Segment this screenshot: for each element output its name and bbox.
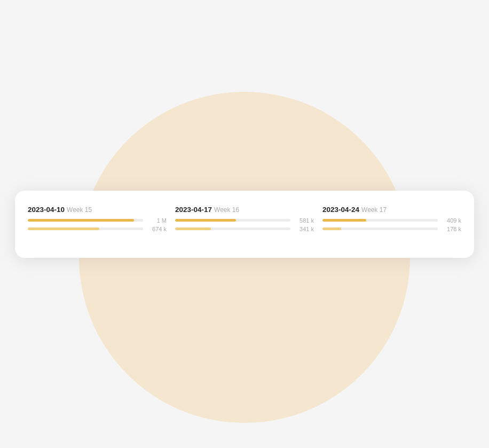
bar-label-0-1: 674 k xyxy=(147,226,167,232)
outer-wrapper: 2023-04-10Week 151 M674 k2023-04-17Week … xyxy=(15,191,474,258)
bar-row-0-0: 1 M xyxy=(28,217,167,224)
week-title-2: 2023-04-24Week 17 xyxy=(322,206,461,214)
week-bars-0: 1 M674 k xyxy=(28,217,167,232)
week-col-1: 2023-04-17Week 16581 k341 k xyxy=(175,206,314,232)
bar-track-2-0 xyxy=(322,219,438,222)
bar-row-1-0: 581 k xyxy=(175,217,314,224)
main-card: 2023-04-10Week 151 M674 k2023-04-17Week … xyxy=(15,191,474,258)
bar-fill-2-0 xyxy=(322,219,366,222)
bar-label-1-1: 341 k xyxy=(295,226,314,232)
week-title-0: 2023-04-10Week 15 xyxy=(28,206,167,214)
bar-track-1-0 xyxy=(175,219,290,222)
bar-label-0-0: 1 M xyxy=(147,217,167,224)
week-bars-1: 581 k341 k xyxy=(175,217,314,232)
week-col-0: 2023-04-10Week 151 M674 k xyxy=(28,206,167,232)
bar-label-1-0: 581 k xyxy=(295,217,314,224)
week-bars-2: 409 k178 k xyxy=(322,217,461,232)
bar-track-2-1 xyxy=(322,227,438,230)
bar-track-1-1 xyxy=(175,227,290,230)
bar-row-1-1: 341 k xyxy=(175,226,314,232)
bar-label-2-1: 178 k xyxy=(442,226,461,232)
week-title-1: 2023-04-17Week 16 xyxy=(175,206,314,214)
weeks-header: 2023-04-10Week 151 M674 k2023-04-17Week … xyxy=(28,206,461,232)
bar-row-0-1: 674 k xyxy=(28,226,167,232)
bar-fill-1-0 xyxy=(175,219,236,222)
bar-fill-1-1 xyxy=(175,227,211,230)
bar-track-0-0 xyxy=(28,219,143,222)
bar-row-2-1: 178 k xyxy=(322,226,461,232)
bar-track-0-1 xyxy=(28,227,143,230)
bar-label-2-0: 409 k xyxy=(442,217,461,224)
bar-row-2-0: 409 k xyxy=(322,217,461,224)
week-col-2: 2023-04-24Week 17409 k178 k xyxy=(322,206,461,232)
bar-fill-0-0 xyxy=(28,219,134,222)
bar-fill-2-1 xyxy=(322,227,341,230)
bar-fill-0-1 xyxy=(28,227,99,230)
